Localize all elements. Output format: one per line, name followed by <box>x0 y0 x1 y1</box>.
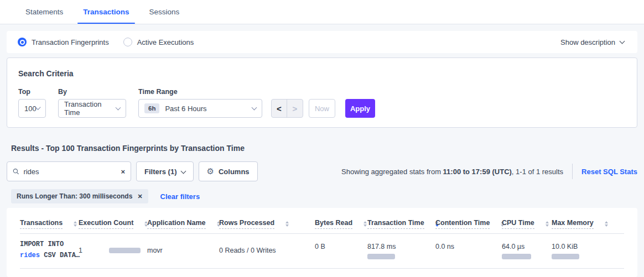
radio-unselected-icon <box>123 38 132 46</box>
tab-sessions[interactable]: Sessions <box>139 0 190 24</box>
table-header-row: Transactions Execution Count Application… <box>20 213 624 234</box>
column-header-application-name[interactable]: Application Name <box>147 219 206 229</box>
column-header-transaction-time[interactable]: Transaction Time <box>367 219 424 229</box>
show-description-label: Show description <box>560 38 615 46</box>
table-row: IMPORT INTO rides CSV DATA… 1 movr 0 Rea… <box>20 234 624 269</box>
results-heading: Results - Top 100 Transaction Fingerprin… <box>11 144 633 153</box>
columns-button[interactable]: ⚙ Columns <box>199 161 258 181</box>
radio-active-executions[interactable]: Active Executions <box>123 38 194 46</box>
column-header-transactions[interactable]: Transactions <box>20 219 63 229</box>
radio-selected-icon <box>18 38 27 46</box>
tab-statements[interactable]: Statements <box>15 0 73 24</box>
time-range-badge: 6h <box>144 103 159 113</box>
gear-icon: ⚙ <box>207 166 214 176</box>
value-bar <box>552 254 579 259</box>
clear-search-icon[interactable]: × <box>121 168 125 176</box>
radio-label: Active Executions <box>137 38 194 46</box>
summary-suffix: , 1-1 of 1 results <box>512 168 563 176</box>
column-header-max-memory[interactable]: Max Memory <box>552 219 594 229</box>
rows-processed-value: 0 Reads / 0 Writes <box>219 247 276 254</box>
time-range-field: Time Range 6h Past 6 Hours <box>138 88 262 118</box>
column-header-execution-count[interactable]: Execution Count <box>79 219 133 229</box>
time-range-select[interactable]: 6h Past 6 Hours <box>138 99 262 118</box>
transaction-fingerprint: IMPORT INTO rides CSV DATA… <box>20 239 79 262</box>
column-header-bytes-read[interactable]: Bytes Read <box>315 219 352 229</box>
by-field: By Transaction Time <box>58 88 126 118</box>
application-name-value: movr <box>147 247 163 254</box>
clear-filters-link[interactable]: Clear filters <box>160 192 200 201</box>
filters-button[interactable]: Filters (1) <box>136 161 194 181</box>
contention-time-value: 0.0 ns <box>435 243 454 250</box>
reset-sql-stats-link[interactable]: Reset SQL Stats <box>581 168 637 176</box>
previous-time-window-button[interactable]: < <box>272 100 287 117</box>
columns-button-label: Columns <box>219 168 250 176</box>
time-range-label: Time Range <box>138 88 262 96</box>
search-criteria-row: Top 100 By Transaction Time Time Range 6… <box>18 88 626 118</box>
top-label: Top <box>18 88 46 96</box>
max-memory-value: 10.0 KiB <box>552 243 624 250</box>
radio-label: Transaction Fingerprints <box>32 38 109 46</box>
transactions-table: Transactions Execution Count Application… <box>20 213 624 269</box>
search-criteria-title: Search Criteria <box>18 69 626 78</box>
remove-filter-icon[interactable]: ✕ <box>137 193 142 200</box>
results-toolbar: × Filters (1) ⚙ Columns Showing aggregat… <box>7 161 637 181</box>
search-criteria-panel: Search Criteria Top 100 By Transaction T… <box>7 58 637 128</box>
next-time-window-button[interactable]: > <box>287 100 303 117</box>
view-toggle-panel: Transaction Fingerprints Active Executio… <box>7 31 637 53</box>
top-field: Top 100 <box>18 88 46 118</box>
by-select[interactable]: Transaction Time <box>58 99 126 118</box>
radio-transaction-fingerprints[interactable]: Transaction Fingerprints <box>18 38 109 46</box>
sort-icon[interactable] <box>285 221 289 227</box>
sort-icon[interactable] <box>74 221 77 227</box>
value-bar <box>367 254 395 259</box>
apply-button[interactable]: Apply <box>345 99 375 118</box>
sql-text: IMPORT INTO <box>20 241 64 248</box>
top-select-value: 100 <box>24 104 37 113</box>
results-table-panel: Transactions Execution Count Application… <box>7 208 637 277</box>
search-icon <box>13 168 19 175</box>
show-description-toggle[interactable]: Show description <box>560 38 624 46</box>
page-tabbar: Statements Transactions Sessions <box>0 0 644 24</box>
filter-chip-label: Runs Longer Than: 300 milliseconds <box>17 192 132 200</box>
top-select[interactable]: 100 <box>18 99 46 118</box>
tab-transactions[interactable]: Transactions <box>73 0 139 24</box>
column-header-contention-time[interactable]: Contention Time <box>435 219 490 229</box>
summary-time-range: 11:00 to 17:59 (UTC) <box>443 168 512 176</box>
value-bar <box>109 248 141 253</box>
filters-button-label: Filters (1) <box>144 168 177 176</box>
bytes-read-value: 0 B <box>315 243 325 250</box>
column-header-cpu-time[interactable]: CPU Time <box>502 219 534 229</box>
view-toggle-group: Transaction Fingerprints Active Executio… <box>18 38 194 46</box>
sort-icon[interactable] <box>546 221 549 227</box>
cpu-time-value: 64.0 µs <box>502 243 552 250</box>
sql-text: CSV DATA… <box>40 252 80 259</box>
column-header-rows-processed[interactable]: Rows Processed <box>219 219 274 229</box>
transaction-fingerprint-link[interactable]: rides <box>20 252 40 259</box>
now-button[interactable]: Now <box>309 99 335 118</box>
sort-icon[interactable] <box>605 221 608 227</box>
chevron-down-icon <box>620 38 625 44</box>
search-box: × <box>7 161 131 181</box>
summary-prefix: Showing aggregated stats from <box>341 168 443 176</box>
stats-summary: Showing aggregated stats from 11:00 to 1… <box>341 168 563 176</box>
value-bar <box>502 254 531 259</box>
sort-icon[interactable] <box>363 221 367 227</box>
stats-summary-area: Showing aggregated stats from 11:00 to 1… <box>341 164 637 179</box>
time-range-value: Past 6 Hours <box>165 104 206 113</box>
transaction-time-value: 817.8 ms <box>367 243 435 250</box>
time-window-nav: < > <box>271 99 303 118</box>
chevron-down-icon <box>180 168 186 174</box>
by-label: By <box>58 88 126 96</box>
transactions-page: Transaction Fingerprints Active Executio… <box>0 24 644 277</box>
by-select-value: Transaction Time <box>64 100 116 117</box>
execution-count-value: 1 <box>79 247 82 254</box>
vertical-divider <box>572 164 573 179</box>
active-filters-row: Runs Longer Than: 300 milliseconds ✕ Cle… <box>11 189 637 203</box>
search-input[interactable] <box>23 168 121 176</box>
chevron-down-icon <box>252 104 257 110</box>
filter-chip: Runs Longer Than: 300 milliseconds ✕ <box>11 189 148 203</box>
